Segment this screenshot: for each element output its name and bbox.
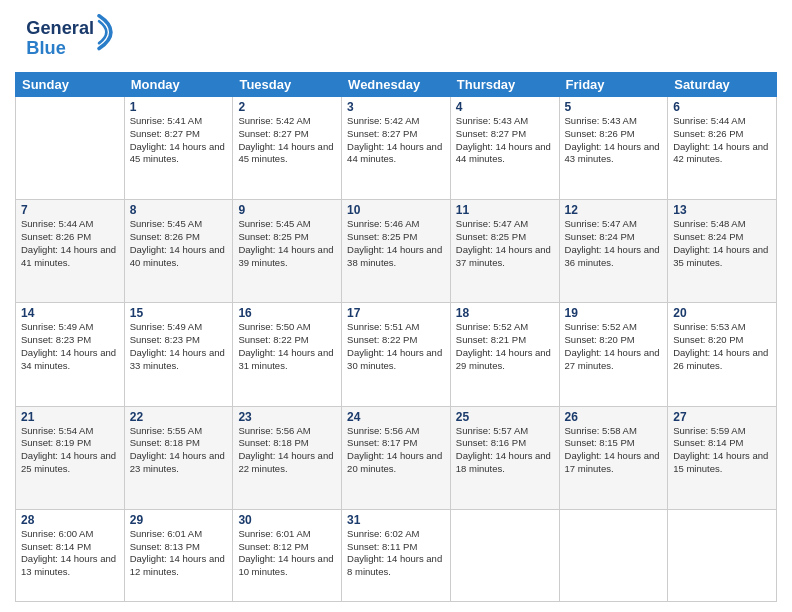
day-cell: 11Sunrise: 5:47 AMSunset: 8:25 PMDayligh…: [450, 200, 559, 303]
svg-text:Blue: Blue: [26, 38, 65, 58]
day-number: 1: [130, 100, 228, 114]
weekday-header-tuesday: Tuesday: [233, 73, 342, 97]
header: General Blue: [15, 10, 777, 64]
day-info: Sunrise: 5:56 AMSunset: 8:18 PMDaylight:…: [238, 425, 336, 476]
day-cell: 2Sunrise: 5:42 AMSunset: 8:27 PMDaylight…: [233, 97, 342, 200]
day-number: 9: [238, 203, 336, 217]
day-info: Sunrise: 5:41 AMSunset: 8:27 PMDaylight:…: [130, 115, 228, 166]
day-info: Sunrise: 5:48 AMSunset: 8:24 PMDaylight:…: [673, 218, 771, 269]
day-info: Sunrise: 5:55 AMSunset: 8:18 PMDaylight:…: [130, 425, 228, 476]
day-cell: 14Sunrise: 5:49 AMSunset: 8:23 PMDayligh…: [16, 303, 125, 406]
day-cell: 26Sunrise: 5:58 AMSunset: 8:15 PMDayligh…: [559, 406, 668, 509]
day-info: Sunrise: 5:51 AMSunset: 8:22 PMDaylight:…: [347, 321, 445, 372]
day-cell: 28Sunrise: 6:00 AMSunset: 8:14 PMDayligh…: [16, 509, 125, 601]
day-number: 7: [21, 203, 119, 217]
day-cell: 29Sunrise: 6:01 AMSunset: 8:13 PMDayligh…: [124, 509, 233, 601]
week-row-5: 28Sunrise: 6:00 AMSunset: 8:14 PMDayligh…: [16, 509, 777, 601]
day-number: 30: [238, 513, 336, 527]
day-number: 20: [673, 306, 771, 320]
day-number: 12: [565, 203, 663, 217]
day-info: Sunrise: 5:43 AMSunset: 8:27 PMDaylight:…: [456, 115, 554, 166]
day-number: 19: [565, 306, 663, 320]
day-cell: 21Sunrise: 5:54 AMSunset: 8:19 PMDayligh…: [16, 406, 125, 509]
day-number: 27: [673, 410, 771, 424]
day-info: Sunrise: 5:59 AMSunset: 8:14 PMDaylight:…: [673, 425, 771, 476]
day-cell: 9Sunrise: 5:45 AMSunset: 8:25 PMDaylight…: [233, 200, 342, 303]
day-cell: 25Sunrise: 5:57 AMSunset: 8:16 PMDayligh…: [450, 406, 559, 509]
day-cell: 19Sunrise: 5:52 AMSunset: 8:20 PMDayligh…: [559, 303, 668, 406]
day-number: 25: [456, 410, 554, 424]
weekday-header-wednesday: Wednesday: [342, 73, 451, 97]
day-cell: 5Sunrise: 5:43 AMSunset: 8:26 PMDaylight…: [559, 97, 668, 200]
weekday-header-row: SundayMondayTuesdayWednesdayThursdayFrid…: [16, 73, 777, 97]
day-cell: 1Sunrise: 5:41 AMSunset: 8:27 PMDaylight…: [124, 97, 233, 200]
day-number: 24: [347, 410, 445, 424]
day-number: 15: [130, 306, 228, 320]
day-number: 10: [347, 203, 445, 217]
day-info: Sunrise: 5:56 AMSunset: 8:17 PMDaylight:…: [347, 425, 445, 476]
day-cell: 24Sunrise: 5:56 AMSunset: 8:17 PMDayligh…: [342, 406, 451, 509]
day-number: 26: [565, 410, 663, 424]
day-number: 17: [347, 306, 445, 320]
day-cell: [668, 509, 777, 601]
day-cell: 27Sunrise: 5:59 AMSunset: 8:14 PMDayligh…: [668, 406, 777, 509]
day-number: 6: [673, 100, 771, 114]
day-cell: 23Sunrise: 5:56 AMSunset: 8:18 PMDayligh…: [233, 406, 342, 509]
day-number: 5: [565, 100, 663, 114]
day-cell: 16Sunrise: 5:50 AMSunset: 8:22 PMDayligh…: [233, 303, 342, 406]
day-number: 13: [673, 203, 771, 217]
day-info: Sunrise: 5:47 AMSunset: 8:25 PMDaylight:…: [456, 218, 554, 269]
day-cell: 3Sunrise: 5:42 AMSunset: 8:27 PMDaylight…: [342, 97, 451, 200]
day-number: 4: [456, 100, 554, 114]
weekday-header-friday: Friday: [559, 73, 668, 97]
week-row-2: 7Sunrise: 5:44 AMSunset: 8:26 PMDaylight…: [16, 200, 777, 303]
day-info: Sunrise: 5:45 AMSunset: 8:26 PMDaylight:…: [130, 218, 228, 269]
day-cell: [16, 97, 125, 200]
day-number: 31: [347, 513, 445, 527]
day-number: 16: [238, 306, 336, 320]
weekday-header-monday: Monday: [124, 73, 233, 97]
day-cell: 12Sunrise: 5:47 AMSunset: 8:24 PMDayligh…: [559, 200, 668, 303]
day-cell: 18Sunrise: 5:52 AMSunset: 8:21 PMDayligh…: [450, 303, 559, 406]
day-info: Sunrise: 5:53 AMSunset: 8:20 PMDaylight:…: [673, 321, 771, 372]
day-info: Sunrise: 5:42 AMSunset: 8:27 PMDaylight:…: [238, 115, 336, 166]
day-info: Sunrise: 5:44 AMSunset: 8:26 PMDaylight:…: [21, 218, 119, 269]
day-info: Sunrise: 5:50 AMSunset: 8:22 PMDaylight:…: [238, 321, 336, 372]
day-info: Sunrise: 6:02 AMSunset: 8:11 PMDaylight:…: [347, 528, 445, 579]
day-info: Sunrise: 5:46 AMSunset: 8:25 PMDaylight:…: [347, 218, 445, 269]
day-info: Sunrise: 5:45 AMSunset: 8:25 PMDaylight:…: [238, 218, 336, 269]
day-number: 18: [456, 306, 554, 320]
day-number: 22: [130, 410, 228, 424]
logo-svg: General Blue: [15, 14, 125, 64]
day-info: Sunrise: 5:52 AMSunset: 8:20 PMDaylight:…: [565, 321, 663, 372]
day-info: Sunrise: 5:52 AMSunset: 8:21 PMDaylight:…: [456, 321, 554, 372]
weekday-header-thursday: Thursday: [450, 73, 559, 97]
day-cell: 7Sunrise: 5:44 AMSunset: 8:26 PMDaylight…: [16, 200, 125, 303]
calendar-page: General Blue SundayMondayTuesdayWednesda…: [0, 0, 792, 612]
day-info: Sunrise: 5:49 AMSunset: 8:23 PMDaylight:…: [130, 321, 228, 372]
day-number: 21: [21, 410, 119, 424]
day-cell: 6Sunrise: 5:44 AMSunset: 8:26 PMDaylight…: [668, 97, 777, 200]
day-info: Sunrise: 5:42 AMSunset: 8:27 PMDaylight:…: [347, 115, 445, 166]
day-info: Sunrise: 5:54 AMSunset: 8:19 PMDaylight:…: [21, 425, 119, 476]
calendar-table: SundayMondayTuesdayWednesdayThursdayFrid…: [15, 72, 777, 602]
weekday-header-saturday: Saturday: [668, 73, 777, 97]
day-cell: [559, 509, 668, 601]
day-info: Sunrise: 5:44 AMSunset: 8:26 PMDaylight:…: [673, 115, 771, 166]
day-info: Sunrise: 6:01 AMSunset: 8:13 PMDaylight:…: [130, 528, 228, 579]
day-cell: 30Sunrise: 6:01 AMSunset: 8:12 PMDayligh…: [233, 509, 342, 601]
week-row-4: 21Sunrise: 5:54 AMSunset: 8:19 PMDayligh…: [16, 406, 777, 509]
logo: General Blue: [15, 14, 125, 64]
day-info: Sunrise: 6:00 AMSunset: 8:14 PMDaylight:…: [21, 528, 119, 579]
week-row-3: 14Sunrise: 5:49 AMSunset: 8:23 PMDayligh…: [16, 303, 777, 406]
day-cell: 8Sunrise: 5:45 AMSunset: 8:26 PMDaylight…: [124, 200, 233, 303]
day-info: Sunrise: 5:49 AMSunset: 8:23 PMDaylight:…: [21, 321, 119, 372]
day-cell: 17Sunrise: 5:51 AMSunset: 8:22 PMDayligh…: [342, 303, 451, 406]
day-number: 3: [347, 100, 445, 114]
day-cell: 15Sunrise: 5:49 AMSunset: 8:23 PMDayligh…: [124, 303, 233, 406]
day-cell: 22Sunrise: 5:55 AMSunset: 8:18 PMDayligh…: [124, 406, 233, 509]
day-number: 29: [130, 513, 228, 527]
day-info: Sunrise: 5:57 AMSunset: 8:16 PMDaylight:…: [456, 425, 554, 476]
day-cell: 13Sunrise: 5:48 AMSunset: 8:24 PMDayligh…: [668, 200, 777, 303]
week-row-1: 1Sunrise: 5:41 AMSunset: 8:27 PMDaylight…: [16, 97, 777, 200]
